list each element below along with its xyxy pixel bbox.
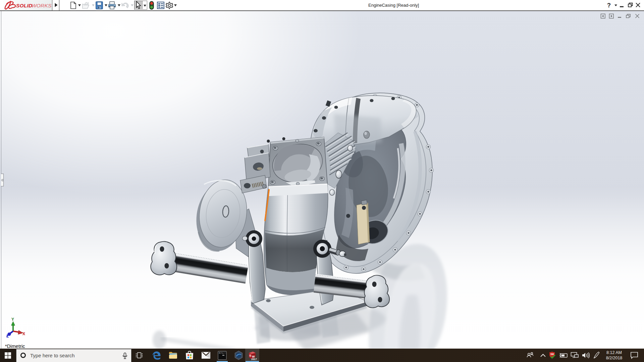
svg-text:S: S [249, 354, 251, 357]
svg-text:WORKS: WORKS [32, 3, 52, 8]
svg-text:SOLID: SOLID [16, 3, 32, 8]
svg-text:SW: SW [550, 353, 554, 355]
svg-text:X: X [22, 331, 25, 336]
svg-text:Y: Y [11, 317, 14, 322]
svg-text:C:\_: C:\_ [219, 352, 224, 354]
svg-text:Z: Z [6, 334, 9, 338]
svg-text:2017: 2017 [251, 358, 257, 360]
svg-text:?: ? [607, 2, 611, 9]
